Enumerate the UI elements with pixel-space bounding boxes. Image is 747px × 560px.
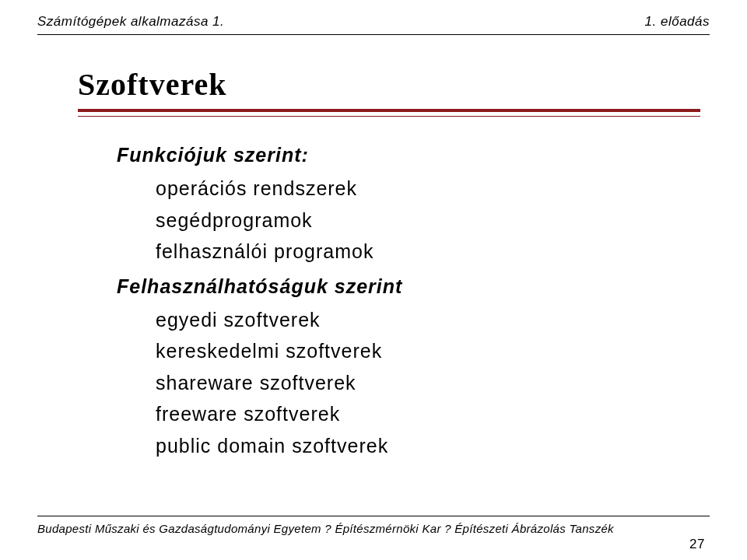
page-number: 27	[689, 537, 705, 552]
list-item: felhasználói programok	[156, 236, 402, 268]
slide-header: Számítógépek alkalmazása 1. 1. előadás	[37, 14, 710, 30]
section-heading-funkciojuk: Funkciójuk szerint:	[117, 144, 402, 166]
list-item: shareware szoftverek	[156, 367, 402, 399]
footer-line	[37, 516, 710, 516]
title-underline	[78, 109, 700, 117]
section-heading-felhasznalhatosaguk: Felhasználhatóságuk szerint	[117, 275, 402, 298]
header-right: 1. előadás	[645, 14, 710, 30]
list-item: freeware szoftverek	[156, 398, 402, 430]
list-item: public domain szoftverek	[156, 430, 402, 462]
slide-content: Funkciójuk szerint: operációs rendszerek…	[117, 144, 402, 461]
list-item: segédprogramok	[156, 205, 402, 236]
list-item: kereskedelmi szoftverek	[156, 335, 402, 367]
slide-title: Szoftverek	[78, 66, 226, 103]
list-item: operációs rendszerek	[156, 173, 402, 205]
footer-text: Budapesti Műszaki és Gazdaságtudományi E…	[37, 522, 614, 535]
header-left: Számítógépek alkalmazása 1.	[37, 14, 224, 30]
header-underline	[37, 34, 710, 35]
list-item: egyedi szoftverek	[156, 304, 402, 336]
